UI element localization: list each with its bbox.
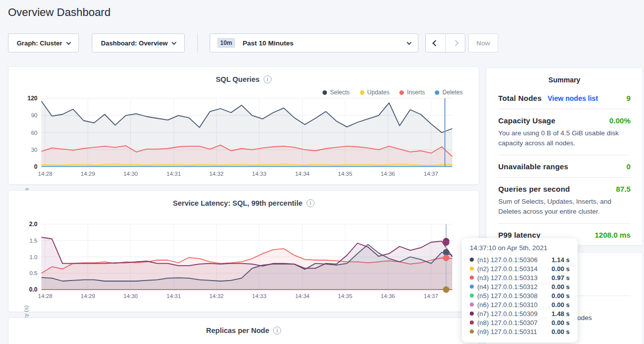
tooltip-date: on Apr 5th, 2021 bbox=[496, 244, 548, 252]
x-axis-tick-label: 14:35 bbox=[338, 293, 352, 299]
summary-value: 1208.0 ms bbox=[595, 231, 631, 239]
summary-value: 0.00% bbox=[609, 116, 631, 125]
node-address: (n1) 127.0.0.1:50306 bbox=[477, 256, 538, 264]
tooltip-node-row: (n1) 127.0.0.1:503061.14 s bbox=[470, 255, 570, 264]
crosshair-point bbox=[443, 255, 449, 261]
x-axis-tick-label: 14:32 bbox=[209, 171, 224, 177]
x-axis-tick-label: 14:33 bbox=[252, 293, 267, 299]
chart-hover-tooltip: 14:37:10 on Apr 5th, 2021 (n1) 127.0.0.1… bbox=[462, 238, 578, 343]
x-axis-tick-label: 14:29 bbox=[81, 293, 95, 299]
controls-divider bbox=[197, 33, 198, 52]
x-axis-tick-label: 14:37 bbox=[424, 293, 438, 299]
summary-label: Queries per second bbox=[498, 185, 570, 193]
node-color-dot bbox=[470, 294, 474, 298]
summary-panel: Summary Total Nodes View nodes list 9 Ca… bbox=[486, 67, 643, 246]
y-axis-tick-label: 0 bbox=[34, 163, 37, 170]
tooltip-node-row: (n5) 127.0.0.1:503080.00 s bbox=[470, 291, 570, 300]
x-axis-tick-label: 14:30 bbox=[123, 171, 138, 177]
tooltip-time: 14:37:10 bbox=[470, 244, 496, 252]
time-range-dropdown[interactable]: 10m Past 10 Minutes bbox=[210, 33, 418, 52]
tooltip-node-row: (n8) 127.0.0.1:503070.00 s bbox=[470, 318, 570, 327]
node-latency-value: 0.00 s bbox=[552, 292, 570, 300]
overview-dashboard-page: Overview Dashboard Graph: Cluster Dashbo… bbox=[0, 0, 644, 344]
node-color-dot bbox=[470, 330, 474, 334]
node-address: (n7) 127.0.0.1:50309 bbox=[477, 310, 538, 318]
node-latency-value: 0.97 s bbox=[552, 274, 570, 282]
service-latency-title: Service Latency: SQL, 99th percentile bbox=[173, 199, 303, 207]
node-color-dot bbox=[470, 312, 474, 316]
node-latency-value: 0.00 s bbox=[552, 265, 570, 273]
node-color-dot bbox=[470, 267, 474, 271]
summary-row-capacity-usage: Capacity Usage 0.00% You are using 0 B o… bbox=[498, 109, 631, 155]
chevron-right-icon bbox=[452, 40, 459, 46]
node-address: (n9) 127.0.0.1:50311 bbox=[477, 328, 537, 336]
summary-value: 87.5 bbox=[616, 185, 631, 193]
tooltip-timestamp: 14:37:10 on Apr 5th, 2021 bbox=[470, 244, 570, 252]
node-address: (n5) 127.0.0.1:50308 bbox=[477, 292, 538, 300]
dashboard-dropdown[interactable]: Dashboard: Overview bbox=[92, 33, 185, 52]
chevron-down-icon bbox=[407, 40, 412, 45]
x-axis-tick-label: 14:33 bbox=[252, 171, 267, 177]
time-step-forward-button[interactable] bbox=[445, 34, 465, 52]
tooltip-node-row: (n4) 127.0.0.1:503120.00 s bbox=[470, 282, 570, 291]
y-axis-tick-label: 30 bbox=[31, 147, 37, 153]
summary-row-queries-per-second: Queries per second 87.5 Sum of Selects, … bbox=[498, 178, 631, 224]
y-axis-tick-label: 120 bbox=[27, 95, 37, 102]
x-axis-tick-label: 14:28 bbox=[38, 171, 52, 177]
y-axis-tick-label: 2.0 bbox=[29, 221, 37, 228]
crosshair-point bbox=[443, 287, 449, 293]
tooltip-node-row: (n6) 127.0.0.1:503100.00 s bbox=[470, 300, 570, 309]
chevron-left-icon bbox=[432, 40, 439, 46]
y-axis-tick-label: 0.0 bbox=[29, 286, 37, 293]
node-color-dot bbox=[470, 303, 474, 307]
service-latency-chart[interactable]: 14:2814:2914:3014:3114:3214:3314:3414:35… bbox=[8, 215, 479, 301]
x-axis-tick-label: 14:28 bbox=[38, 293, 52, 299]
info-icon[interactable]: i bbox=[264, 75, 272, 83]
info-icon[interactable]: i bbox=[273, 327, 281, 335]
y-axis-tick-label: 0.5 bbox=[29, 270, 37, 276]
summary-label: Capacity Usage bbox=[498, 116, 556, 125]
node-latency-value: 0.00 s bbox=[552, 283, 570, 291]
x-axis-tick-label: 14:36 bbox=[380, 293, 395, 299]
graph-scope-dropdown[interactable]: Graph: Cluster bbox=[8, 33, 79, 52]
view-nodes-list-link[interactable]: View nodes list bbox=[548, 94, 598, 102]
sql-queries-title: SQL Queries bbox=[216, 75, 260, 83]
node-address: (n8) 127.0.0.1:50307 bbox=[477, 319, 538, 327]
chevron-down-icon bbox=[66, 40, 71, 45]
now-button[interactable]: Now bbox=[468, 33, 498, 52]
node-latency-value: 0.00 s bbox=[552, 328, 570, 336]
summary-value: 0 bbox=[627, 162, 631, 171]
chart-title: Service Latency: SQL, 99th percentile i bbox=[8, 199, 479, 207]
y-axis-tick-label: 60 bbox=[31, 130, 37, 136]
graph-scope-dropdown-label: Graph: Cluster bbox=[16, 39, 62, 47]
time-step-back-button[interactable] bbox=[426, 34, 445, 52]
x-axis-tick-label: 14:35 bbox=[338, 171, 352, 177]
chevron-down-icon bbox=[171, 40, 176, 45]
crosshair-point bbox=[443, 239, 449, 246]
tooltip-node-row: (n2) 127.0.0.1:503140.00 s bbox=[470, 264, 570, 273]
x-axis-tick-label: 14:34 bbox=[295, 293, 310, 299]
x-axis-tick-label: 14:31 bbox=[167, 293, 181, 299]
x-axis-tick-label: 14:37 bbox=[424, 171, 438, 177]
y-axis-tick-label: 1.5 bbox=[29, 238, 37, 244]
summary-label: Total Nodes bbox=[498, 94, 542, 102]
x-axis-tick-label: 14:30 bbox=[123, 293, 138, 299]
x-axis-tick-label: 14:32 bbox=[209, 293, 224, 299]
info-icon[interactable]: i bbox=[307, 199, 315, 207]
x-axis-tick-label: 14:36 bbox=[380, 171, 395, 177]
crosshair-point bbox=[443, 249, 449, 256]
sql-queries-chart[interactable]: 14:2814:2914:3014:3114:3214:3314:3414:35… bbox=[8, 94, 479, 183]
time-step-arrows bbox=[425, 33, 465, 52]
node-latency-value: 1.48 s bbox=[552, 310, 570, 318]
summary-label: Unavailable ranges bbox=[498, 162, 568, 171]
node-latency-value: 0.00 s bbox=[552, 301, 570, 309]
node-address: (n2) 127.0.0.1:50314 bbox=[477, 265, 538, 273]
chart-title: Replicas per Node i bbox=[8, 327, 479, 335]
tooltip-node-row: (n9) 127.0.0.1:503110.00 s bbox=[470, 327, 570, 336]
now-button-label: Now bbox=[476, 39, 490, 47]
replicas-per-node-chart-card: Replicas per Node i bbox=[8, 318, 479, 344]
y-axis-tick-label: 90 bbox=[31, 112, 37, 118]
node-address: (n3) 127.0.0.1:50313 bbox=[477, 274, 538, 282]
x-axis-tick-label: 14:31 bbox=[167, 171, 181, 177]
tooltip-rows: (n1) 127.0.0.1:503061.14 s(n2) 127.0.0.1… bbox=[470, 255, 570, 336]
